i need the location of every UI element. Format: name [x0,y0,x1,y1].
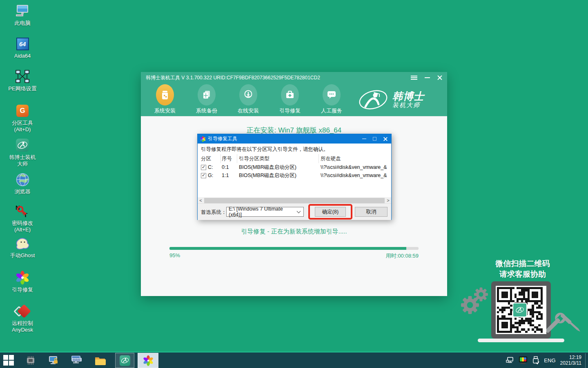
tab-online-install[interactable]: 在线安装 [234,83,263,116]
desktop-icon-ghost[interactable]: 手动Ghost [0,236,45,259]
desktop-icon-password-reset[interactable]: NT 密码修改 (Alt+E) [0,203,45,233]
tab-support[interactable]: 人工服务 [317,83,346,116]
desktop-icon-partition-tool[interactable]: G 分区工具 (Alt+D) [0,103,45,133]
progress-percent: 95% [169,252,180,258]
horizontal-scrollbar[interactable]: < > [198,197,391,203]
taskbar-hanboshi-window[interactable] [115,353,134,368]
taskbar: ENG 12:19 2021/3/11 [0,352,588,368]
window-toolbar: 系统安装 系统备份 在线安装 引导修复 人工服务 [141,83,447,116]
tab-system-install[interactable]: 系统安装 [150,83,180,116]
desktop-icon-this-pc[interactable]: 此电脑 [0,3,45,27]
minimize-icon[interactable] [425,77,430,78]
start-button[interactable] [3,355,15,366]
clock[interactable]: 12:19 2021/3/11 [560,355,582,366]
preferred-system-select[interactable]: E:\ [Windows 7 Ultimate (x64)] [226,207,304,217]
qr-code-frame [491,281,551,339]
desktop-icon-label: 密码修改 (Alt+E) [0,220,45,233]
pinwheel-icon [0,270,45,285]
show-desktop-button[interactable] [585,353,588,368]
scroll-left-icon[interactable]: < [198,198,204,203]
desktop-icon-label: 手动Ghost [0,252,45,259]
tab-system-backup[interactable]: 系统备份 [192,83,221,116]
desktop-icon-boot-repair[interactable]: 引导修复 [0,270,45,293]
close-icon[interactable] [437,75,442,80]
desktop-icon-label: 远程控制 AnyDesk [0,320,45,333]
pinwheel-icon [143,355,154,366]
checkbox[interactable] [201,165,206,170]
display-color-tray-icon[interactable] [519,356,528,364]
partition-list: 分区 序号 引导分区类型 所在硬盘 C: 0:1 BIOS(MBR磁盘启动分区)… [198,154,391,197]
desktop-icon-label: 浏览器 [0,188,45,195]
desktop-icon-label: PE网络设置 [0,85,45,92]
table-row[interactable]: G: 1:1 BIOS(MBR磁盘启动分区) \\?\scsi#disk&ven… [198,171,391,180]
globe-icon [0,172,45,187]
qr-center-logo [512,303,527,317]
dialog-close-icon[interactable] [383,137,387,141]
usb-tray-icon[interactable] [532,356,539,364]
desktop-icon-label: 此电脑 [0,20,45,27]
table-header: 分区 序号 引导分区类型 所在硬盘 [198,154,391,163]
ghost-icon [0,236,45,251]
computer-icon [0,3,45,19]
brand-name: 韩博士 [392,91,424,101]
chevron-down-icon [297,209,301,213]
taskbar-lock-screen-icon[interactable] [47,355,60,367]
clock-date: 2021/3/11 [560,360,582,366]
cancel-button[interactable]: 取消 [355,207,388,217]
menu-icon[interactable] [411,76,417,80]
system-tray: ENG 12:19 2021/3/11 [506,352,581,368]
table-row[interactable]: C: 0:1 BIOS(MBR磁盘启动分区) \\?\scsi#disk&ven… [198,163,391,171]
diskgenius-icon: G [16,105,29,117]
scroll-right-icon[interactable]: > [385,198,391,203]
window-title: 韩博士装机工具 V 3.1.700.322 URID:CF7F9BDF82073… [146,74,411,81]
boot-repair-icon [281,84,299,105]
desktop-icon-hanboshi[interactable]: 韩博士装机 大师 [0,137,45,167]
network-icon [0,69,45,84]
progress-bar [169,247,419,250]
qr-help-panel: 微信扫描二维码 请求客服协助 [457,258,588,280]
qr-caption-line1: 微信扫描二维码 [457,258,588,269]
anydesk-icon [15,304,30,319]
ok-button[interactable]: 确定(8) [315,207,346,217]
aida64-icon: 64 [16,38,29,50]
taskbar-boot-repair-window[interactable] [138,353,158,368]
wrench-screwdriver-icon [546,312,581,345]
tab-boot-repair[interactable]: 引导修复 [275,83,305,116]
desktop-icon-label: Aida64 [0,53,45,59]
brand-logo-icon [358,89,388,111]
network-tray-icon[interactable] [506,357,514,364]
taskbar-explorer-icon[interactable] [94,355,106,367]
desktop-icon-label: 分区工具 (Alt+D) [0,120,45,133]
desktop-icon-aida64[interactable]: 64 Aida64 [0,36,45,59]
desktop-icon-label: 引导修复 [0,287,45,293]
checkbox[interactable] [201,173,206,178]
system-backup-icon [198,84,216,105]
system-install-icon [156,84,174,105]
qr-caption-line2: 请求客服协助 [457,269,588,280]
window-titlebar: 韩博士装机工具 V 3.1.700.322 URID:CF7F9BDF82073… [141,72,447,83]
chat-icon [323,84,341,105]
preferred-system-label: 首选系统： [201,209,227,216]
desktop-icon-browser[interactable]: 浏览器 [0,172,45,195]
dialog-minimize-icon[interactable] [362,139,366,139]
desktop-icon-label: 韩博士装机 大师 [0,154,45,167]
online-install-icon [239,84,257,105]
dialog-maximize-icon[interactable] [373,137,376,141]
language-indicator[interactable]: ENG [544,357,555,364]
taskbar-keyboard-icon[interactable] [71,355,83,367]
hanboshi-icon [16,139,29,152]
taskbar-chip-icon[interactable] [24,355,37,367]
desktop-icon-pe-network[interactable]: PE网络设置 [0,69,45,92]
progress-fill [169,247,406,250]
dialog-footer: 首选系统： E:\ [Windows 7 Ultimate (x64)] 确定(… [198,203,391,220]
boot-repair-dialog: 引导修复工具 引导修复程序即将在以下分区写入引导文件，请您确认。 分区 序号 引… [197,134,392,220]
nt-key-icon: NT [0,203,45,219]
gears-icon [460,284,492,318]
elapsed-time: 用时:00:08:59 [386,252,419,260]
dialog-titlebar: 引导修复工具 [198,134,391,144]
status-text: 引导修复 - 正在为新装系统增加引导..... [141,228,447,236]
pinwheel-icon [200,136,206,142]
scrollbar-thumb[interactable] [204,198,385,203]
desktop-icon-anydesk[interactable]: 远程控制 AnyDesk [0,303,45,333]
brand-logo: 韩博士 装机大师 [358,89,424,111]
